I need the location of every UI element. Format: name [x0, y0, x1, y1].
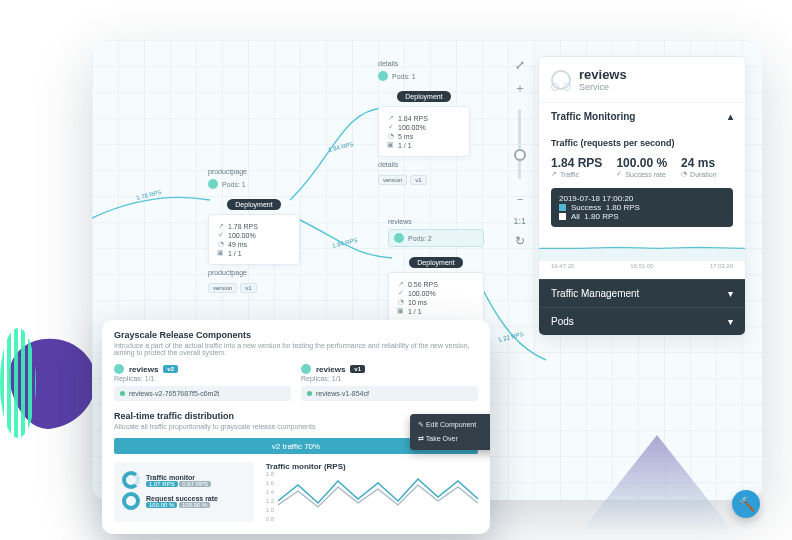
donut-panel: Traffic monitor1.07 RPS 0.67 RPS Request… [114, 462, 254, 522]
zoom-slider[interactable] [518, 109, 521, 179]
chip-key: version [378, 175, 407, 185]
metric-ratio: 1 / 1 [408, 308, 422, 315]
health-icon [208, 179, 218, 189]
tick-label: 16:51:00 [630, 263, 653, 269]
donut-value: 0.67 RPS [179, 481, 211, 487]
service-icon [551, 70, 571, 90]
traffic-icon: ↗ [551, 170, 557, 178]
clock-icon: ◔ [387, 132, 394, 140]
zoom-ratio[interactable]: 1:1 [513, 216, 526, 226]
metric-rps: 0.56 RPS [408, 281, 438, 288]
legend-swatch [559, 213, 566, 220]
donut-value: 100.00 % [179, 502, 210, 508]
metric-ratio: 1 / 1 [228, 250, 242, 257]
cube-icon: ▣ [397, 307, 404, 315]
node-badge: Deployment [397, 91, 450, 102]
status-dot [120, 391, 125, 396]
donut-value: 1.07 RPS [146, 481, 178, 487]
check-icon: ✓ [397, 289, 404, 297]
edge-label: 1.22 RPS [498, 331, 524, 343]
y-axis: 1.81.61.41.21.00.8 [266, 471, 274, 522]
help-fab[interactable]: 🔨 [732, 490, 760, 518]
tooltip-label: All [571, 212, 580, 221]
pod-pill[interactable]: reviews-v1-854cf [301, 386, 478, 401]
node-sublabel: productpage [208, 269, 247, 276]
zoom-in-icon[interactable]: ＋ [514, 80, 526, 97]
node-pods: Pods: 2 [408, 235, 432, 242]
tooltip-time: 2019-07-18 17:00:20 [559, 194, 725, 203]
section-traffic-monitoring[interactable]: Traffic Monitoring ▴ [539, 102, 745, 130]
component-name: reviews [316, 365, 345, 374]
pod-name: reviews-v1-854cf [316, 390, 369, 397]
traffic-icon: ↗ [397, 280, 404, 288]
donut-title: Request success rate [146, 495, 218, 502]
pod-name: reviews-v2-7657687f5-c6m2t [129, 390, 219, 397]
check-icon: ✓ [217, 231, 224, 239]
decor-green-stripes [0, 328, 36, 438]
node-badge: Deployment [409, 257, 462, 268]
section-traffic-management[interactable]: Traffic Management▾ [539, 279, 745, 307]
panel-title: reviews [579, 67, 627, 82]
side-panel: reviews Service Traffic Monitoring ▴ Tra… [538, 56, 746, 336]
mini-line-chart [278, 471, 478, 519]
traffic-icon: ↗ [217, 222, 224, 230]
replicas-label: Replicas: 1/1 [114, 375, 291, 382]
cube-icon: ▣ [217, 249, 224, 257]
legend-swatch [559, 204, 566, 211]
mini-chart-title: Traffic monitor (RPS) [266, 462, 478, 471]
metrics-title: Traffic (requests per second) [551, 138, 733, 148]
clock-icon: ◔ [397, 298, 404, 306]
chevron-down-icon: ▾ [728, 288, 733, 299]
node-sublabel: details [378, 161, 398, 168]
grayscale-overlay: Grayscale Release Components Introduce a… [102, 320, 490, 534]
metric-ratio: 1 / 1 [398, 142, 412, 149]
zoom-out-icon[interactable]: － [514, 191, 526, 208]
health-icon [394, 233, 404, 243]
tick-label: 16:47:20 [551, 263, 574, 269]
overlay-title: Grayscale Release Components [114, 330, 478, 340]
chevron-up-icon: ▴ [728, 111, 733, 122]
menu-label: Take Over [426, 435, 458, 442]
refresh-icon[interactable]: ↻ [515, 234, 525, 248]
metric-success: 100.00% [228, 232, 256, 239]
donut-chart [122, 492, 140, 510]
section-label: Pods [551, 316, 574, 327]
chevron-down-icon: ▾ [728, 316, 733, 327]
traffic-icon: ↗ [387, 114, 394, 122]
node-metrics-card: ↗1.78 RPS ✓100.00% ◔49 ms ▣1 / 1 [208, 214, 300, 265]
section-label: Traffic Monitoring [551, 111, 635, 122]
version-tag: v1 [350, 365, 365, 373]
node-title: productpage [208, 168, 247, 175]
metric-success-value: 100.00 % [616, 156, 667, 170]
chip-val: v1 [240, 283, 256, 293]
pod-pill[interactable]: reviews-v2-7657687f5-c6m2t [114, 386, 291, 401]
metric-rps: 1.84 RPS [398, 115, 428, 122]
traffic-sparkline [539, 231, 745, 261]
section-label: Traffic Management [551, 288, 639, 299]
check-icon: ✓ [387, 123, 394, 131]
node-metrics-card: ↗1.84 RPS ✓100.00% ◔5 ms ▣1 / 1 [378, 106, 470, 157]
cube-icon: ▣ [387, 141, 394, 149]
node-title: reviews [388, 218, 412, 225]
panel-subtitle: Service [579, 82, 627, 92]
node-productpage[interactable]: productpage Pods: 1 Deployment ↗1.78 RPS… [208, 168, 300, 294]
metric-duration-label: Duration [690, 171, 716, 178]
replicas-label: Replicas: 1/1 [301, 375, 478, 382]
menu-take-over[interactable]: ⇄ Take Over [410, 432, 490, 446]
tooltip-value: 1.80 RPS [584, 212, 618, 221]
edge-label: 1.78 RPS [136, 189, 162, 201]
node-pods: Pods: 1 [392, 73, 416, 80]
edge-label: 1.84 RPS [328, 141, 354, 153]
health-icon [301, 364, 311, 374]
tick-label: 17:03:20 [710, 263, 733, 269]
overlay-desc: Introduce a part of the actual traffic i… [114, 342, 478, 356]
health-icon [378, 71, 388, 81]
fullscreen-icon[interactable]: ⤢ [515, 58, 525, 72]
menu-edit-component[interactable]: ✎ Edit Component [410, 418, 490, 432]
metric-success: 100.00% [398, 124, 426, 131]
chip-val: v1 [410, 175, 426, 185]
section-pods[interactable]: Pods▾ [539, 307, 745, 335]
metric-success-label: Success rate [625, 171, 665, 178]
node-title: details [378, 60, 398, 67]
node-details[interactable]: details Pods: 1 Deployment ↗1.84 RPS ✓10… [378, 60, 470, 186]
